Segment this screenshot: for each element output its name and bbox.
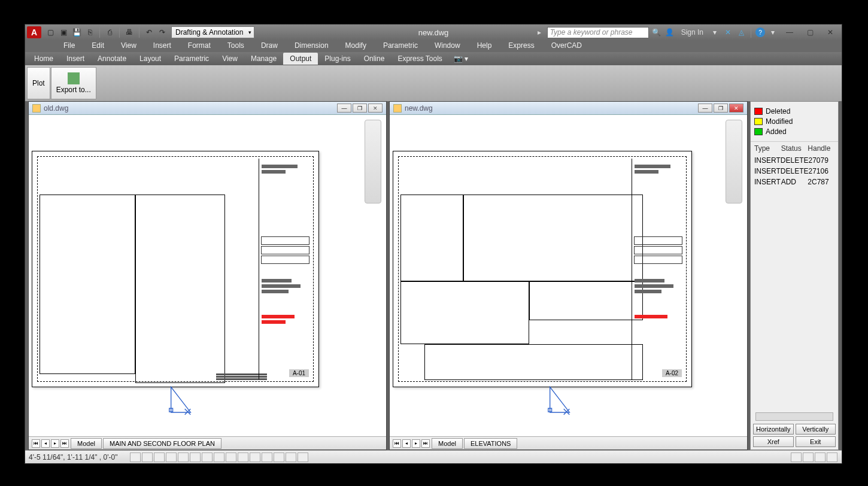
tab-output[interactable]: Output <box>283 53 318 65</box>
dyn-icon[interactable] <box>214 452 224 462</box>
menu-draw[interactable]: Draw <box>253 40 286 52</box>
search-input[interactable]: Type a keyword or phrase <box>547 27 649 38</box>
horizontally-button[interactable]: Horizontally <box>753 424 794 435</box>
navigation-bar[interactable] <box>726 120 742 203</box>
qp-icon[interactable] <box>250 452 260 462</box>
signin-button[interactable]: Sign In <box>678 28 707 37</box>
status-4-icon[interactable] <box>827 452 837 462</box>
status-1-icon[interactable] <box>791 452 802 462</box>
menu-insert[interactable]: Insert <box>145 40 180 52</box>
lwt-icon[interactable] <box>226 452 236 462</box>
layout-tab-model[interactable]: Model <box>432 438 463 449</box>
table-row[interactable]: INSERTADD2C787 <box>751 177 838 187</box>
next-icon[interactable]: ▸ <box>51 439 59 448</box>
tab-layout[interactable]: Layout <box>133 53 168 65</box>
status-2-icon[interactable] <box>803 452 814 462</box>
menu-file[interactable]: File <box>55 40 83 52</box>
anno-icon[interactable] <box>286 452 296 462</box>
sc-icon[interactable] <box>262 452 272 462</box>
prev-icon[interactable]: ◂ <box>402 439 411 448</box>
chevron-down-icon[interactable]: ▾ <box>709 27 720 38</box>
first-icon[interactable]: ⏮ <box>32 439 40 448</box>
scrollbar-horizontal[interactable] <box>755 412 833 421</box>
maximize-button[interactable]: ▢ <box>801 27 819 38</box>
redo-icon[interactable]: ↷ <box>157 27 168 38</box>
close-button[interactable]: ✕ <box>729 104 743 113</box>
print-icon[interactable]: 🖶 <box>124 27 135 38</box>
menu-help[interactable]: Help <box>469 40 500 52</box>
help-icon[interactable]: ? <box>755 28 765 37</box>
tab-online[interactable]: Online <box>357 53 391 65</box>
tpy-icon[interactable] <box>238 452 248 462</box>
chevron-down-icon[interactable]: ▾ <box>767 27 778 38</box>
plot-button[interactable]: Plot <box>27 67 50 99</box>
tab-express-tools[interactable]: Express Tools <box>391 53 448 65</box>
search-icon[interactable]: 🔍 <box>651 27 662 38</box>
menu-parametric[interactable]: Parametric <box>375 40 426 52</box>
table-row[interactable]: INSERTDELETE27079 <box>751 155 838 166</box>
menu-view[interactable]: View <box>113 40 145 52</box>
menu-edit[interactable]: Edit <box>83 40 113 52</box>
exchange-icon[interactable]: ✕ <box>723 27 733 38</box>
tab-view[interactable]: View <box>216 53 244 65</box>
menu-window[interactable]: Window <box>426 40 469 52</box>
docwin-titlebar[interactable]: old.dwg — ❐ ✕ <box>29 102 386 115</box>
app-logo-icon[interactable]: A <box>27 26 41 38</box>
menu-dimension[interactable]: Dimension <box>286 40 337 52</box>
close-button[interactable]: ✕ <box>368 104 383 113</box>
new-icon[interactable]: ▢ <box>45 27 56 38</box>
tab-home[interactable]: Home <box>28 53 60 65</box>
ortho-icon[interactable] <box>154 452 165 462</box>
layout-tab-elevations[interactable]: ELEVATIONS <box>464 438 517 449</box>
last-icon[interactable]: ⏭ <box>421 439 430 448</box>
polar-icon[interactable] <box>166 452 177 462</box>
menu-express[interactable]: Express <box>500 40 542 52</box>
table-row[interactable]: INSERTDELETE27106 <box>751 166 838 177</box>
xref-button[interactable]: Xref <box>753 436 794 447</box>
minimize-button[interactable]: — <box>781 27 799 38</box>
menu-tools[interactable]: Tools <box>219 40 253 52</box>
docwin-titlebar[interactable]: new.dwg — ❐ ✕ <box>390 102 747 115</box>
restore-button[interactable]: ❐ <box>714 104 728 113</box>
ucs-icon[interactable] <box>545 382 574 418</box>
saveas-icon[interactable]: ⎘ <box>84 27 95 38</box>
anno2-icon[interactable] <box>298 452 308 462</box>
undo-icon[interactable]: ↶ <box>144 27 154 38</box>
tab-insert[interactable]: Insert <box>60 53 91 65</box>
prev-icon[interactable]: ◂ <box>41 439 50 448</box>
tab-parametric[interactable]: Parametric <box>168 53 216 65</box>
user-icon[interactable]: 👤 <box>664 27 675 38</box>
first-icon[interactable]: ⏮ <box>393 439 401 448</box>
menu-modify[interactable]: Modify <box>337 40 375 52</box>
minimize-button[interactable]: — <box>337 104 351 113</box>
menu-overcad[interactable]: OverCAD <box>543 40 590 52</box>
snap-icon[interactable] <box>130 452 141 462</box>
minimize-button[interactable]: — <box>698 104 712 113</box>
plot-icon[interactable]: ⎙ <box>104 27 115 38</box>
vertically-button[interactable]: Vertically <box>796 424 836 435</box>
restore-button[interactable]: ❐ <box>353 104 367 113</box>
grid-icon[interactable] <box>142 452 153 462</box>
menu-format[interactable]: Format <box>180 40 219 52</box>
tab-annotate[interactable]: Annotate <box>91 53 133 65</box>
drawing-canvas[interactable]: A-01 <box>29 115 386 436</box>
ucs-icon[interactable] <box>166 382 195 418</box>
export-button[interactable]: Export to... <box>51 67 96 99</box>
tab-manage[interactable]: Manage <box>244 53 283 65</box>
navigation-bar[interactable] <box>365 120 381 203</box>
next-icon[interactable]: ▸ <box>412 439 420 448</box>
close-button[interactable]: ✕ <box>821 27 839 38</box>
last-icon[interactable]: ⏭ <box>60 439 69 448</box>
save-icon[interactable]: 💾 <box>71 27 82 38</box>
ducs-icon[interactable] <box>202 452 213 462</box>
model-icon[interactable] <box>274 452 284 462</box>
object-track-icon[interactable] <box>190 452 201 462</box>
tab-plugins[interactable]: Plug-ins <box>318 53 357 65</box>
exit-button[interactable]: Exit <box>796 436 836 447</box>
workspace-dropdown[interactable]: Drafting & Annotation <box>171 26 254 38</box>
tab-extra-icon[interactable]: 📷 ▾ <box>449 53 473 65</box>
open-icon[interactable]: ▣ <box>58 27 69 38</box>
cloud-icon[interactable]: ◬ <box>736 27 746 38</box>
osnap-icon[interactable] <box>178 452 189 462</box>
status-3-icon[interactable] <box>815 452 825 462</box>
